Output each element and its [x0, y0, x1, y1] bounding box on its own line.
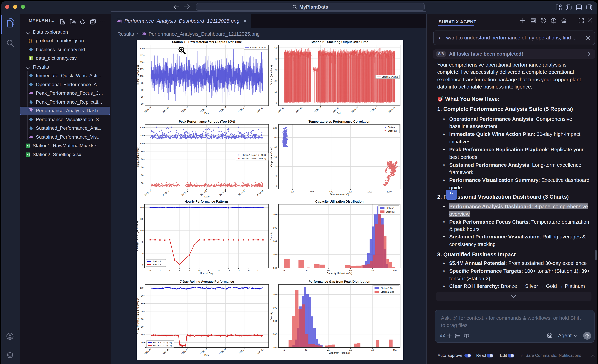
- svg-text:Gap from Peak (%): Gap from Peak (%): [329, 351, 350, 354]
- svg-text:16: 16: [227, 269, 230, 272]
- svg-text:120: 120: [273, 127, 277, 129]
- svg-text:Station 2 Output: Station 2 Output: [382, 75, 398, 78]
- svg-text:Station 2 Gap: Station 2 Gap: [381, 291, 394, 293]
- svg-text:20: 20: [247, 269, 249, 272]
- svg-text:1000: 1000: [367, 191, 372, 193]
- svg-text:80: 80: [274, 146, 277, 149]
- svg-text:85: 85: [141, 96, 143, 98]
- svg-text:0.04: 0.04: [273, 240, 277, 243]
- svg-text:80: 80: [141, 103, 143, 105]
- svg-text:Date: Date: [204, 112, 209, 115]
- svg-text:90: 90: [141, 150, 143, 153]
- svg-text:50: 50: [274, 47, 277, 49]
- svg-text:110: 110: [140, 61, 143, 64]
- svg-text:60: 60: [274, 156, 277, 158]
- svg-text:100: 100: [273, 136, 277, 139]
- svg-text:10: 10: [198, 269, 200, 272]
- svg-text:Date: Date: [204, 195, 209, 198]
- svg-text:100: 100: [393, 269, 397, 272]
- svg-text:Station 1 - 7-day avg: Station 1 - 7-day avg: [153, 341, 172, 344]
- svg-text:100: 100: [393, 349, 397, 351]
- svg-text:30: 30: [141, 341, 143, 344]
- svg-text:8: 8: [189, 269, 190, 272]
- svg-text:30: 30: [274, 69, 277, 71]
- svg-text:80: 80: [371, 349, 374, 351]
- svg-text:22: 22: [257, 269, 259, 272]
- svg-text:100: 100: [140, 142, 143, 145]
- svg-text:Station 1: Station 1: [153, 260, 161, 263]
- svg-text:95: 95: [141, 82, 143, 84]
- svg-text:70: 70: [141, 310, 143, 313]
- svg-text:0.08: 0.08: [273, 293, 277, 296]
- svg-text:60: 60: [349, 349, 352, 351]
- svg-text:18: 18: [237, 269, 240, 272]
- svg-text:110: 110: [140, 135, 143, 137]
- svg-text:6: 6: [179, 269, 180, 272]
- svg-text:Density: Density: [270, 232, 273, 240]
- svg-text:0: 0: [283, 269, 285, 272]
- svg-text:50: 50: [141, 182, 143, 184]
- svg-text:120: 120: [140, 47, 143, 50]
- svg-text:40: 40: [141, 334, 143, 336]
- svg-text:40: 40: [327, 349, 330, 351]
- svg-text:Station 1: Station 1: [388, 126, 397, 129]
- svg-text:100: 100: [140, 75, 143, 77]
- svg-text:0: 0: [276, 185, 277, 187]
- svg-text:70: 70: [141, 166, 143, 169]
- svg-text:Density: Density: [270, 312, 273, 320]
- svg-text:Station 1 Gap: Station 1 Gap: [381, 287, 394, 289]
- svg-text:120: 120: [140, 126, 143, 129]
- svg-text:0.06: 0.06: [273, 307, 277, 309]
- svg-text:14: 14: [218, 269, 220, 272]
- svg-text:0: 0: [141, 264, 143, 266]
- svg-text:Output (tons/hour): Output (tons/hour): [137, 147, 139, 167]
- svg-text:Performance Gap from Peak Dist: Performance Gap from Peak Distribution: [309, 280, 370, 283]
- svg-text:4: 4: [169, 269, 170, 272]
- svg-text:60: 60: [141, 229, 143, 232]
- svg-text:Station 1: Station 1: [386, 207, 395, 209]
- svg-text:10: 10: [274, 91, 277, 93]
- svg-text:7-Day Rolling Average Performa: 7-Day Rolling Average Performance: [180, 280, 234, 283]
- svg-text:20: 20: [305, 349, 307, 351]
- svg-text:60: 60: [141, 174, 143, 177]
- svg-text:Station 2 - 7-day avg: Station 2 - 7-day avg: [153, 344, 172, 347]
- svg-text:60: 60: [141, 318, 143, 320]
- svg-text:115: 115: [140, 54, 143, 57]
- svg-text:Capacity Utilization Distribut: Capacity Utilization Distribution: [315, 200, 364, 203]
- svg-text:0.00: 0.00: [273, 267, 277, 269]
- svg-text:0.08: 0.08: [273, 213, 277, 216]
- svg-text:Station 1 - Raw Material Mix O: Station 1 - Raw Material Mix Output Over…: [172, 40, 242, 44]
- svg-text:20: 20: [141, 252, 143, 255]
- svg-text:40: 40: [274, 58, 277, 60]
- svg-text:20: 20: [274, 80, 277, 82]
- svg-text:0.02: 0.02: [273, 253, 277, 256]
- svg-text:0.00: 0.00: [273, 347, 277, 349]
- svg-text:Output (tons/hour): Output (tons/hour): [270, 65, 273, 85]
- svg-text:40: 40: [327, 269, 330, 272]
- svg-text:Hourly Performance Patterns: Hourly Performance Patterns: [184, 200, 229, 203]
- svg-text:Average Output (tons/hour): Average Output (tons/hour): [137, 221, 139, 251]
- svg-text:105: 105: [140, 68, 143, 71]
- svg-text:80: 80: [371, 269, 374, 272]
- svg-text:40: 40: [141, 241, 143, 243]
- svg-text:Date: Date: [204, 354, 209, 356]
- svg-text:50: 50: [141, 326, 143, 328]
- svg-text:80: 80: [141, 158, 143, 161]
- svg-text:100: 100: [139, 206, 143, 209]
- svg-text:Hour of Day: Hour of Day: [200, 272, 213, 275]
- svg-text:800: 800: [349, 191, 352, 193]
- svg-text:60: 60: [349, 269, 352, 272]
- svg-text:200: 200: [291, 191, 294, 193]
- svg-text:Temperature (°C): Temperature (°C): [330, 193, 349, 196]
- svg-text:Station 1 Output: Station 1 Output: [250, 46, 266, 49]
- svg-text:Station 2: Station 2: [388, 129, 397, 132]
- svg-text:Output (tons/hour): Output (tons/hour): [270, 147, 273, 167]
- svg-text:Station 2 - Smelting Output Ov: Station 2 - Smelting Output Over Time: [311, 40, 368, 44]
- svg-text:1200: 1200: [387, 191, 391, 193]
- svg-text:Station 2: Station 2: [386, 210, 395, 213]
- svg-text:0.06: 0.06: [273, 227, 277, 229]
- svg-text:20: 20: [274, 175, 277, 178]
- svg-text:90: 90: [141, 89, 143, 91]
- svg-text:Date: Date: [337, 112, 342, 115]
- svg-text:80: 80: [141, 302, 143, 305]
